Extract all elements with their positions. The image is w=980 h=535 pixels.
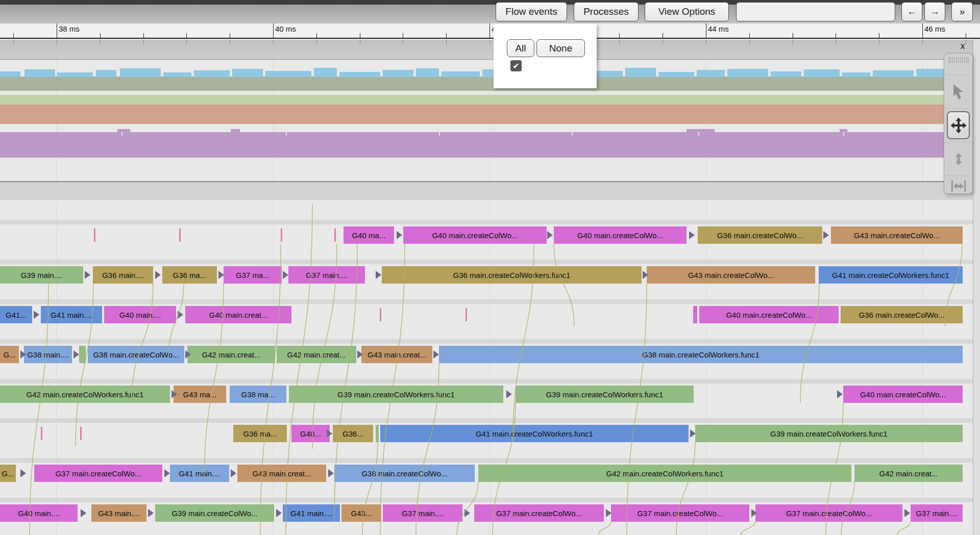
trace-span[interactable]: G40... [291, 425, 330, 442]
view-options-button[interactable]: View Options [645, 2, 729, 21]
nav-back-button[interactable]: ← [901, 2, 922, 21]
trace-span[interactable]: G40 main.createColWo... [554, 226, 687, 244]
trace-span[interactable]: G40 main.... [104, 306, 176, 323]
flow-arrow-icon [164, 469, 170, 477]
flow-arrow-icon [689, 231, 695, 239]
trace-span[interactable]: G43 main.... [91, 504, 146, 522]
trace-span[interactable]: G37 main.createColWo... [755, 504, 902, 522]
trace-span[interactable]: G36 ma... [233, 425, 287, 442]
trace-span[interactable]: G37 main.createColWo... [611, 504, 749, 522]
trace-span[interactable]: G36 ma... [162, 266, 217, 284]
trace-span[interactable]: G36 main.createColWo... [698, 226, 822, 244]
goroutines-running-counter-step [120, 68, 161, 77]
ruler-minor-tick [793, 33, 793, 38]
flow-category-checkbox[interactable]: ✔ [510, 60, 522, 71]
vertical-scrollbar[interactable] [973, 39, 980, 535]
trace-span[interactable]: G38 main.createColWo... [88, 346, 184, 363]
major-gridline [489, 59, 490, 535]
flow-event-curve [554, 244, 574, 326]
goroutines-runnable-counter [0, 77, 963, 91]
drag-grip-icon[interactable] [944, 58, 972, 75]
flow-arrow-icon [148, 509, 154, 517]
trace-span[interactable]: G36 main.createColWo... [841, 306, 963, 323]
trace-span[interactable]: G39 main.createColWorkers.func1 [516, 386, 694, 403]
flow-none-button[interactable]: None [536, 39, 585, 57]
trace-span[interactable] [693, 306, 697, 323]
trace-span[interactable]: G39 main.... [0, 266, 83, 284]
trace-span[interactable]: G42 main.creat... [277, 346, 356, 363]
trace-span[interactable]: G43 main.createColWo... [647, 266, 815, 284]
flow-arrow-icon [606, 509, 611, 517]
trace-span[interactable]: G42 main.creat... [854, 465, 963, 482]
trace-span[interactable]: G36 main.... [93, 266, 153, 284]
threads-counter-notch [572, 132, 573, 136]
subheader-tick [230, 40, 230, 44]
flow-events-button[interactable]: Flow events [496, 2, 567, 21]
trace-span[interactable] [376, 425, 379, 442]
trace-span[interactable]: G41 main.... [170, 465, 229, 482]
trace-span[interactable]: G41 main.... [283, 504, 340, 522]
trace-span[interactable]: G37 ma... [224, 266, 282, 284]
trace-span[interactable]: G41 main.createColWorkers.func1 [380, 425, 689, 442]
trace-span[interactable]: G37 main.createColWo... [34, 465, 162, 482]
threads-counter-notch [843, 132, 844, 136]
ruler-minor-tick [619, 33, 620, 38]
ruler-minor-tick [879, 33, 879, 38]
trace-span[interactable]: G41 main.... [41, 306, 102, 323]
trace-span[interactable]: G40 main.creat... [185, 306, 291, 323]
trace-span[interactable]: G37 main.createColWo... [474, 504, 604, 522]
trace-span[interactable]: G39 main.createColWorkers.func1 [695, 425, 963, 442]
trace-span[interactable]: G40 main.createColWo... [843, 386, 963, 403]
trace-span[interactable]: G38 ma... [230, 386, 286, 403]
timing-tool-button[interactable] [944, 176, 972, 196]
flow-arrow-icon [904, 509, 910, 517]
flow-arrow-icon [20, 350, 26, 359]
close-icon[interactable]: x [958, 41, 968, 51]
trace-span[interactable]: G42 main.creat... [187, 346, 275, 363]
trace-span[interactable]: G43 main.createColWo... [831, 226, 963, 244]
subheader-tick [57, 40, 57, 44]
trace-span[interactable]: G37 main.... [911, 504, 963, 522]
trace-span[interactable] [79, 346, 86, 363]
trace-span[interactable]: G40 main.createColWo... [699, 306, 839, 323]
trace-span[interactable]: G43 ma... [174, 386, 226, 403]
trace-span[interactable]: G40 ma... [344, 226, 394, 244]
nav-more-button[interactable]: » [951, 2, 973, 21]
goroutines-running-counter-step [24, 69, 55, 77]
subheader-tick [749, 40, 750, 44]
trace-span[interactable]: G... [0, 465, 16, 482]
trace-span[interactable]: G43 main.creat... [361, 346, 432, 363]
ruler-tick-label: 46 ms [924, 24, 945, 33]
flow-arrow-icon [357, 350, 363, 359]
trace-span[interactable]: G40 main.... [0, 504, 78, 522]
trace-span[interactable]: G... [0, 346, 19, 363]
trace-span[interactable]: G41... [0, 306, 32, 323]
vertical-zoom-tool-button[interactable] [944, 142, 972, 176]
search-input[interactable] [736, 2, 895, 21]
trace-span[interactable]: G36... [333, 425, 373, 442]
flow-arrow-icon [823, 231, 829, 239]
trace-span[interactable]: G43... [341, 504, 381, 522]
nav-forward-button[interactable]: → [924, 2, 945, 21]
trace-span[interactable]: G42 main.createColWorkers.func1 [0, 386, 170, 403]
trace-span[interactable]: G36 main.createColWorkers.func1 [382, 266, 642, 284]
time-ruler[interactable]: 38 ms40 ms42 ms44 ms46 ms [0, 23, 980, 39]
pan-tool-button[interactable] [944, 109, 972, 142]
flow-all-button[interactable]: All [507, 39, 534, 57]
trace-span[interactable]: G37 main.... [383, 504, 462, 522]
subheader-tick [836, 40, 836, 44]
trace-span[interactable]: G39 main.createColWorkers.func1 [289, 386, 503, 403]
trace-span[interactable]: G43 main.creat... [237, 465, 326, 482]
selection-tool-button[interactable] [944, 75, 972, 109]
trace-span[interactable]: G41 main.createColWorkers.func1 [819, 266, 963, 284]
trace-span[interactable]: G42 main.createColWorkers.func1 [478, 465, 851, 482]
trace-span[interactable]: G38 main.... [24, 346, 72, 363]
trace-span[interactable]: G39 main.createColWo... [155, 504, 274, 522]
trace-span[interactable]: G38 main.createColWorkers.func1 [439, 346, 963, 363]
trace-span[interactable]: G37 main.... [288, 266, 365, 284]
trace-span[interactable]: G40 main.createColWo... [403, 226, 547, 244]
processes-button[interactable]: Processes [574, 2, 639, 21]
trace-span[interactable]: G38 main.createColWo... [334, 465, 475, 482]
threads-counter-spike [687, 129, 715, 133]
flow-event-curve [741, 522, 755, 535]
